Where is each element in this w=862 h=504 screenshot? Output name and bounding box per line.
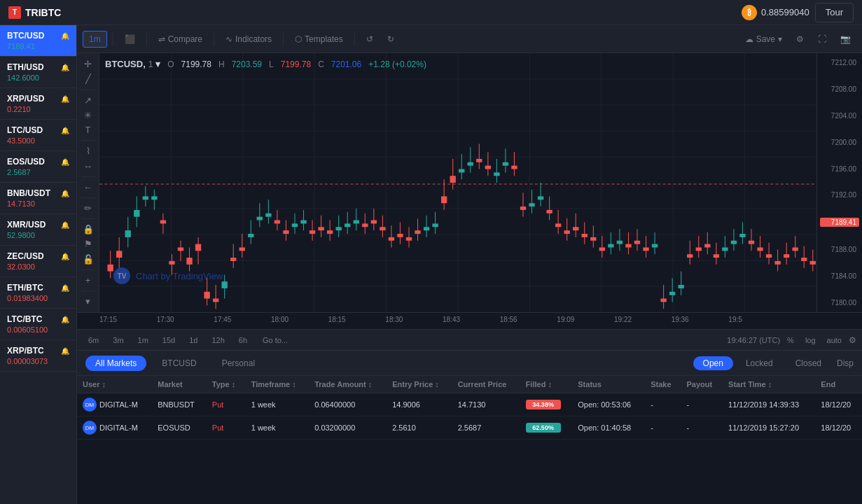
status-locked-tab[interactable]: Locked (736, 356, 783, 370)
tf-15d-button[interactable]: 15d (157, 335, 181, 346)
cell-market: BNBUSDT (152, 393, 207, 416)
sidebar-item-eth-btc[interactable]: ETH/BTC 🔔 0.01983400 (0, 277, 76, 309)
crosshair-tool[interactable]: ✛ (80, 57, 97, 71)
col-market[interactable]: Market (152, 376, 207, 393)
tab-btcusd[interactable]: BTCUSD (152, 356, 206, 371)
svg-rect-61 (292, 223, 298, 227)
multi-tool[interactable]: ✳ (80, 108, 97, 122)
col-status[interactable]: Status (572, 376, 645, 393)
col-timeframe[interactable]: Timeframe ↕ (246, 376, 310, 393)
svg-rect-73 (345, 223, 350, 227)
chart-canvas[interactable]: BTCUSD, 1 ▾ O7199.78 H7203.59 L7199.78 C… (99, 53, 816, 312)
pattern-tool[interactable]: ⌇ (80, 144, 97, 158)
svg-rect-177 (801, 258, 807, 261)
sidebar-item-xmr-usd[interactable]: XMR/USD 🔔 52.9800 (0, 214, 76, 246)
pair-price: 0.01983400 (7, 294, 69, 302)
lock-tool[interactable]: 🔒 (80, 223, 97, 236)
svg-rect-109 (503, 162, 508, 166)
sidebar-item-xrp-btc[interactable]: XRP/BTC 🔔 0.00003073 (0, 340, 76, 372)
svg-rect-103 (476, 159, 482, 162)
pair-name: XMR/USD 🔔 (7, 220, 69, 230)
chart-type-button[interactable]: ⬛ (119, 31, 141, 47)
svg-rect-69 (327, 230, 333, 234)
tf-6m-button[interactable]: 6m (83, 335, 104, 346)
log-button[interactable]: log (801, 335, 820, 346)
tf-12h-button[interactable]: 12h (206, 335, 230, 346)
status-open-tab[interactable]: Open (693, 356, 733, 370)
disp-button[interactable]: Disp (837, 358, 854, 368)
bell-icon: 🔔 (61, 32, 69, 40)
cell-end: 18/12/20 (815, 393, 862, 416)
sidebar-item-eos-usd[interactable]: EOS/USD 🔔 2.5687 (0, 151, 76, 183)
price-level: 7184.00 (820, 272, 859, 280)
text-tool[interactable]: T (80, 123, 97, 136)
table-row[interactable]: DMDIGITAL-M EOSUSD Put 1 week 0.03200000… (77, 416, 862, 440)
cloud-icon: ☁ (745, 34, 753, 44)
svg-rect-163 (739, 234, 745, 237)
auto-button[interactable]: auto (823, 335, 846, 346)
measure-tool[interactable]: ↔ (80, 159, 97, 172)
pair-name: BNB/USDT 🔔 (7, 188, 69, 198)
status-closed-tab[interactable]: Closed (786, 356, 831, 370)
col-end[interactable]: End (815, 376, 862, 393)
chart-body: ✛ ╱ ↗ ✳ T ⌇ ↔ ← ✏ 🔒 ⚑ 🔓 (77, 53, 862, 312)
col-type[interactable]: Type ↕ (207, 376, 246, 393)
tf-6h-button[interactable]: 6h (233, 335, 253, 346)
back-tool[interactable]: ← (80, 181, 97, 194)
timeframe-button[interactable]: 1m (83, 31, 107, 48)
col-entry-price[interactable]: Entry Price ↕ (387, 376, 452, 393)
svg-rect-49 (239, 248, 245, 251)
pair-name: ETH/USD 🔔 (7, 62, 69, 72)
collapse-tool[interactable]: ▾ (80, 295, 97, 308)
svg-rect-115 (529, 203, 534, 206)
cell-status: Open: 00:53:06 (572, 393, 645, 416)
goto-button[interactable]: Go to... (256, 335, 295, 346)
sidebar-item-xrp-usd[interactable]: XRP/USD 🔔 0.2210 (0, 88, 76, 120)
compare-button[interactable]: ⇌ Compare (153, 31, 208, 47)
col-stake[interactable]: Stake (645, 376, 681, 393)
btc-price: ₿ 0.88599040 (742, 5, 809, 20)
tab-personal[interactable]: Personal (212, 356, 265, 371)
sidebar-item-bnb-usdt[interactable]: BNB/USDT 🔔 14.7130 (0, 183, 76, 214)
svg-rect-91 (424, 227, 429, 230)
plus-tool[interactable]: + (80, 274, 97, 287)
table-row[interactable]: DMDIGITAL-M BNBUSDT Put 1 week 0.0640000… (77, 393, 862, 416)
sidebar-item-ltc-usd[interactable]: LTC/USD 🔔 43.5000 (0, 120, 76, 151)
templates-button[interactable]: ⬡ Templates (289, 31, 349, 47)
col-filled[interactable]: Filled ↕ (520, 376, 573, 393)
tf-1d-button[interactable]: 1d (183, 335, 203, 346)
tf-1m-button[interactable]: 1m (132, 335, 154, 346)
sidebar-item-eth-usd[interactable]: ETH/USD 🔔 142.6000 (0, 57, 76, 88)
pencil-tool[interactable]: ✏ (80, 202, 97, 215)
chart-area: 1m ⬛ ⇌ Compare ∿ Indicators ⬡ Templates (77, 25, 862, 350)
col-trade-amount[interactable]: Trade Amount ↕ (309, 376, 387, 393)
svg-rect-35 (178, 248, 183, 251)
save-button[interactable]: ☁ Save ▾ (739, 31, 788, 47)
indicators-button[interactable]: ∿ Indicators (220, 31, 277, 47)
tour-button[interactable]: Tour (815, 3, 854, 22)
redo-button[interactable]: ↻ (382, 31, 400, 47)
settings-toolbar-button[interactable]: ⚙ (791, 31, 809, 47)
svg-rect-29 (151, 196, 157, 200)
arrow-tool[interactable]: ↗ (80, 93, 97, 106)
sidebar-item-zec-usd[interactable]: ZEC/USD 🔔 32.0300 (0, 246, 76, 277)
templates-label: Templates (305, 34, 343, 44)
col-start-time[interactable]: Start Time ↕ (723, 376, 815, 393)
lock2-tool[interactable]: 🔓 (80, 252, 97, 265)
flag-tool[interactable]: ⚑ (80, 237, 97, 251)
screenshot-button[interactable]: 📷 (835, 31, 856, 47)
undo-button[interactable]: ↺ (361, 31, 379, 47)
main-layout: BTC/USD 🔔 7189.41 ETH/USD 🔔 142.6000 XRP… (0, 25, 862, 504)
sidebar-item-ltc-btc[interactable]: LTC/BTC 🔔 0.00605100 (0, 309, 76, 340)
bell-icon: 🔔 (61, 158, 69, 166)
fullscreen-button[interactable]: ⛶ (812, 31, 832, 47)
tf-3m-button[interactable]: 3m (107, 335, 129, 346)
col-payout[interactable]: Payout (681, 376, 723, 393)
sidebar-item-btc-usd[interactable]: BTC/USD 🔔 7189.41 (0, 25, 76, 57)
col-user[interactable]: User ↕ (77, 376, 152, 393)
chart-settings-icon[interactable]: ⚙ (849, 335, 856, 345)
tab-all-markets[interactable]: All Markets (85, 356, 146, 371)
line-tool[interactable]: ╱ (80, 72, 97, 85)
col-current-price[interactable]: Current Price (452, 376, 520, 393)
percent-button[interactable]: % (783, 335, 798, 346)
